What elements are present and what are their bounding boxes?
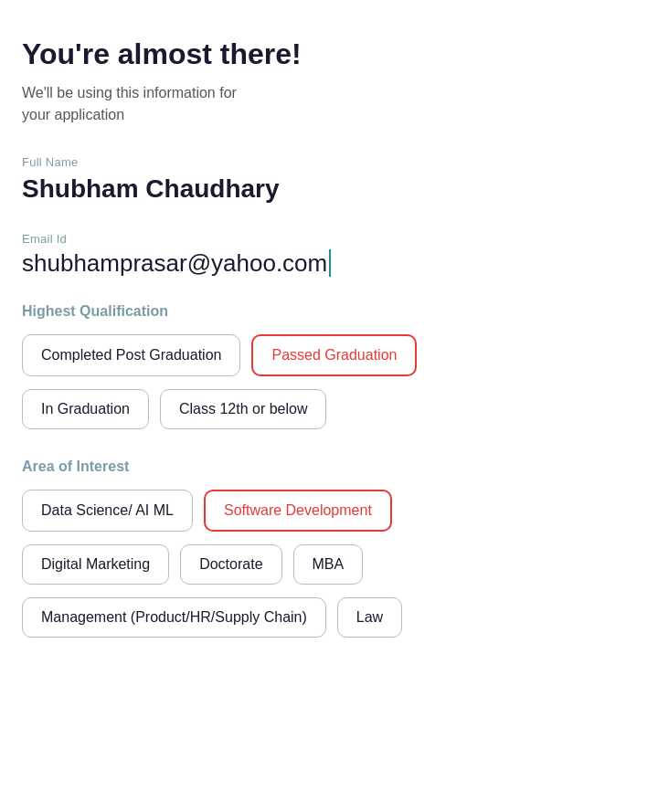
interest-option-mba[interactable]: MBA: [293, 544, 364, 585]
interest-option-doctorate[interactable]: Doctorate: [180, 544, 281, 585]
interest-row-2: Digital Marketing Doctorate MBA: [22, 544, 636, 585]
qualification-title: Highest Qualification: [22, 303, 636, 320]
full-name-section: Full Name Shubham Chaudhary: [22, 155, 636, 206]
interest-option-management[interactable]: Management (Product/HR/Supply Chain): [22, 597, 326, 638]
interest-row-1: Data Science/ AI ML Software Development: [22, 490, 636, 532]
qual-option-class-12th[interactable]: Class 12th or below: [160, 389, 327, 429]
interest-option-law[interactable]: Law: [337, 597, 402, 638]
interest-section: Area of Interest Data Science/ AI ML Sof…: [22, 459, 636, 638]
qualification-row-1: Completed Post Graduation Passed Graduat…: [22, 334, 636, 376]
full-name-value: Shubham Chaudhary: [22, 173, 636, 206]
qual-option-passed-graduation[interactable]: Passed Graduation: [251, 334, 417, 376]
page-subtitle: We'll be using this information for your…: [22, 82, 636, 126]
interest-option-digital-marketing[interactable]: Digital Marketing: [22, 544, 169, 585]
interest-option-data-science[interactable]: Data Science/ AI ML: [22, 490, 193, 532]
qual-option-completed-post-graduation[interactable]: Completed Post Graduation: [22, 334, 240, 376]
email-section: Email Id shubhamprasar@yahoo.com: [22, 232, 636, 278]
qual-option-in-graduation[interactable]: In Graduation: [22, 389, 149, 429]
interest-title: Area of Interest: [22, 459, 636, 475]
email-label: Email Id: [22, 232, 636, 246]
interest-row-3: Management (Product/HR/Supply Chain) Law: [22, 597, 636, 638]
qualification-section: Highest Qualification Completed Post Gra…: [22, 303, 636, 429]
interest-option-software-development[interactable]: Software Development: [204, 490, 392, 532]
full-name-label: Full Name: [22, 155, 636, 169]
email-value: shubhamprasar@yahoo.com: [22, 249, 331, 277]
qualification-row-2: In Graduation Class 12th or below: [22, 389, 636, 429]
page-title: You're almost there!: [22, 37, 636, 71]
